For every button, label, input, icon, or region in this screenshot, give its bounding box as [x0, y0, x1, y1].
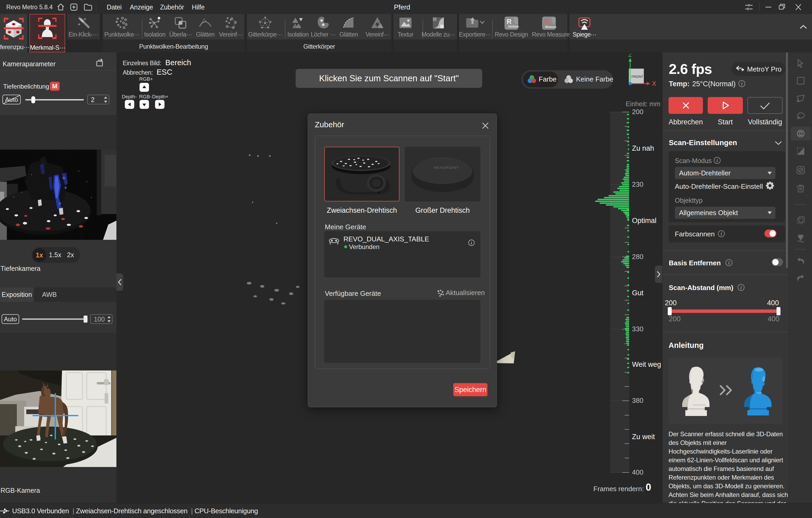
svg-text:X: X — [652, 80, 656, 87]
svg-text:R: R — [544, 18, 549, 26]
svg-text:R: R — [506, 18, 512, 26]
svg-text:FRONT: FRONT — [632, 75, 643, 79]
svg-text:REVOPOINT: REVOPOINT — [434, 166, 459, 170]
svg-text:Z: Z — [628, 54, 632, 58]
svg-text:DESIGN: DESIGN — [508, 25, 519, 28]
svg-text:Measure: Measure — [545, 25, 556, 28]
